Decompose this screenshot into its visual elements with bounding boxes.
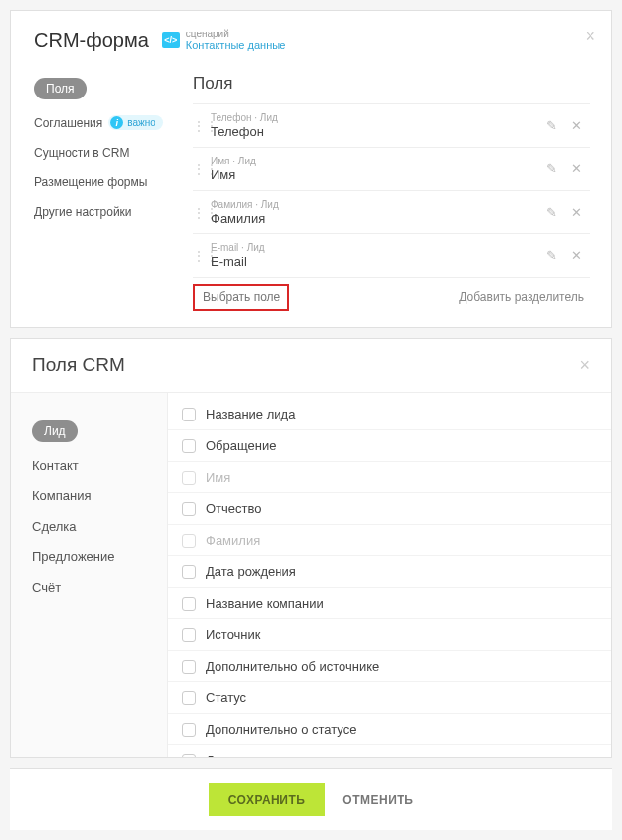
field-info: Имя · ЛидИмя <box>211 156 546 182</box>
field-option-label: Имя <box>206 470 230 485</box>
field-option-label: Название лида <box>206 407 295 421</box>
tab-pill-lead: Лид <box>32 420 78 442</box>
field-info: Фамилия · ЛидФамилия <box>211 199 546 226</box>
field-options-scroll[interactable]: Название лидаОбращениеИмяОтчествоФамилия… <box>168 393 611 757</box>
field-meta: Имя · Лид <box>211 156 546 166</box>
sidebar-item-label: Соглашения <box>34 116 102 130</box>
field-option-checkbox <box>182 534 196 548</box>
drag-handle-icon[interactable]: ⋮⋮ <box>193 206 207 220</box>
tab-lead[interactable]: Лид <box>32 413 167 450</box>
sidebar-pill-fields: Поля <box>34 78 87 99</box>
field-option-checkbox[interactable] <box>182 408 196 421</box>
scenario-label: сценарий <box>186 29 285 39</box>
sidebar-item-label: Другие настройки <box>34 205 132 219</box>
add-separator-link[interactable]: Добавить разделитель <box>459 291 584 304</box>
field-info: Телефон · ЛидТелефон <box>211 112 546 139</box>
tab-company[interactable]: Компания <box>32 481 167 511</box>
field-option-row: Фамилия <box>168 525 611 556</box>
sidebar-item-placement[interactable]: Размещение формы <box>34 167 193 197</box>
field-option-row[interactable]: Название лида <box>168 399 611 430</box>
field-row: ⋮⋮Фамилия · ЛидФамилия✎✕ <box>193 190 590 233</box>
field-option-row[interactable]: Отчество <box>168 493 611 525</box>
edit-icon[interactable]: ✎ <box>546 205 557 220</box>
field-meta: Фамилия · Лид <box>211 199 546 210</box>
field-option-row: Имя <box>168 462 611 493</box>
field-option-label: Отчество <box>206 501 262 516</box>
field-option-label: Дата рождения <box>206 564 296 579</box>
crm-fields-dialog: Поля CRM × Лид Контакт Компания Сделка П… <box>10 338 612 758</box>
tab-offer[interactable]: Предложение <box>32 542 167 572</box>
field-option-checkbox[interactable] <box>182 628 196 642</box>
drag-handle-icon[interactable]: ⋮⋮ <box>193 249 207 263</box>
field-option-label: Источник <box>206 627 261 642</box>
field-option-checkbox[interactable] <box>182 723 196 737</box>
field-options-area: Название лидаОбращениеИмяОтчествоФамилия… <box>168 393 611 757</box>
field-option-row[interactable]: Должность <box>168 745 611 757</box>
tab-contact[interactable]: Контакт <box>32 450 167 481</box>
sidebar: Поля Соглашения важно Сущности в CRM Раз… <box>11 62 193 311</box>
field-option-label: Статус <box>206 690 246 705</box>
field-option-checkbox[interactable] <box>182 660 196 674</box>
sidebar-item-fields[interactable]: Поля <box>34 70 193 107</box>
remove-icon[interactable]: ✕ <box>571 118 582 133</box>
panel-title: CRM-форма <box>34 30 149 52</box>
field-option-row[interactable]: Дополнительно о статусе <box>168 714 611 745</box>
field-option-label: Должность <box>206 753 271 757</box>
field-option-label: Фамилия <box>206 533 260 548</box>
dialog-sidebar: Лид Контакт Компания Сделка Предложение … <box>11 393 168 757</box>
field-option-label: Название компании <box>206 596 324 611</box>
edit-icon[interactable]: ✎ <box>546 118 557 133</box>
field-option-checkbox[interactable] <box>182 502 196 516</box>
field-option-checkbox[interactable] <box>182 565 196 579</box>
field-info: E-mail · ЛидE-mail <box>211 242 546 269</box>
field-option-label: Обращение <box>206 438 276 453</box>
field-row: ⋮⋮Телефон · ЛидТелефон✎✕ <box>193 103 590 147</box>
field-row: ⋮⋮E-mail · ЛидE-mail✎✕ <box>193 233 590 277</box>
field-list: ⋮⋮Телефон · ЛидТелефон✎✕⋮⋮Имя · ЛидИмя✎✕… <box>193 103 590 277</box>
field-option-checkbox[interactable] <box>182 439 196 453</box>
sidebar-item-agreements[interactable]: Соглашения важно <box>34 107 193 138</box>
cancel-button[interactable]: ОТМЕНИТЬ <box>342 783 413 816</box>
remove-icon[interactable]: ✕ <box>571 248 582 263</box>
close-icon[interactable]: × <box>579 355 590 376</box>
tab-invoice[interactable]: Счёт <box>32 572 167 603</box>
scenario-link: Контактные данные <box>186 39 285 52</box>
field-option-row[interactable]: Название компании <box>168 588 611 619</box>
panel-header: CRM-форма </> сценарий Контактные данные… <box>11 11 611 62</box>
remove-icon[interactable]: ✕ <box>571 162 582 176</box>
dialog-title: Поля CRM <box>32 355 125 376</box>
scenario-icon: </> <box>162 32 180 48</box>
field-option-checkbox <box>182 471 196 485</box>
close-icon[interactable]: × <box>585 27 595 47</box>
field-name: Телефон <box>211 124 546 139</box>
edit-icon[interactable]: ✎ <box>546 162 557 176</box>
crm-form-panel: CRM-форма </> сценарий Контактные данные… <box>10 10 612 328</box>
field-option-checkbox[interactable] <box>182 754 196 758</box>
scenario-badge[interactable]: </> сценарий Контактные данные <box>162 29 285 52</box>
field-option-checkbox[interactable] <box>182 691 196 705</box>
field-option-row[interactable]: Обращение <box>168 430 611 462</box>
drag-handle-icon[interactable]: ⋮⋮ <box>193 119 207 133</box>
drag-handle-icon[interactable]: ⋮⋮ <box>193 162 207 176</box>
section-title: Поля <box>193 62 590 103</box>
field-option-label: Дополнительно о статусе <box>206 722 356 737</box>
field-meta: E-mail · Лид <box>211 242 546 253</box>
sidebar-item-entities[interactable]: Сущности в CRM <box>34 138 193 167</box>
sidebar-item-other[interactable]: Другие настройки <box>34 197 193 226</box>
field-option-row[interactable]: Статус <box>168 682 611 714</box>
select-field-button[interactable]: Выбрать поле <box>193 284 289 311</box>
field-name: Фамилия <box>211 211 546 226</box>
field-row: ⋮⋮Имя · ЛидИмя✎✕ <box>193 147 590 190</box>
field-option-row[interactable]: Источник <box>168 619 611 651</box>
remove-icon[interactable]: ✕ <box>571 205 582 220</box>
field-option-row[interactable]: Дополнительно об источнике <box>168 651 611 682</box>
edit-icon[interactable]: ✎ <box>546 248 557 263</box>
field-name: Имя <box>211 167 546 182</box>
tab-deal[interactable]: Сделка <box>32 511 167 542</box>
save-button[interactable]: СОХРАНИТЬ <box>209 783 326 816</box>
field-option-row[interactable]: Дата рождения <box>168 556 611 588</box>
field-option-checkbox[interactable] <box>182 597 196 611</box>
footer-bar: СОХРАНИТЬ ОТМЕНИТЬ <box>10 768 612 830</box>
field-name: E-mail <box>211 254 546 269</box>
field-option-label: Дополнительно об источнике <box>206 659 379 674</box>
